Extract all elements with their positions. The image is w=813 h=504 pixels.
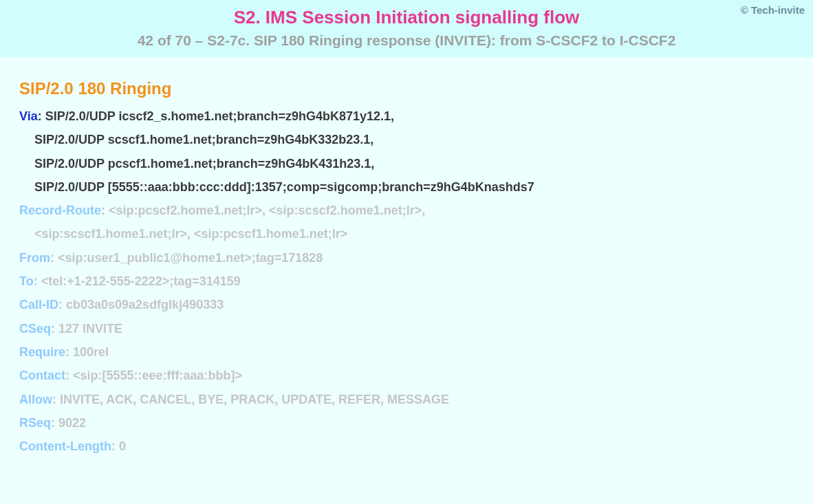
header-value: <tel:+1-212-555-2222>;tag=314159	[41, 274, 241, 288]
header-via: Via: SIP/2.0/UDP icscf2_s.home1.net;bran…	[19, 108, 794, 124]
page-subtitle: 42 of 70 – S2-7c. SIP 180 Ringing respon…	[14, 32, 799, 49]
header-to: To: <tel:+1-212-555-2222>;tag=314159	[19, 273, 794, 289]
header-value: 9022	[58, 416, 86, 430]
separator: :	[51, 322, 58, 336]
separator: :	[58, 298, 66, 311]
header-value: 0	[119, 439, 126, 453]
separator: :	[50, 251, 58, 265]
header-record-route-cont: <sip:scscf1.home1.net;lr>, <sip:pcscf1.h…	[19, 226, 794, 242]
header-label: To	[19, 274, 34, 288]
header-require: Require: 100rel	[19, 344, 794, 360]
separator: :	[65, 369, 73, 382]
header-from: From: <sip:user1_public1@home1.net>;tag=…	[19, 250, 794, 266]
header-value: 127 INVITE	[58, 322, 122, 336]
header-label: RSeq	[19, 416, 51, 430]
header-record-route: Record-Route: <sip:pcscf2.home1.net;lr>,…	[19, 202, 794, 219]
page-title: S2. IMS Session Initiation signalling fl…	[14, 7, 799, 28]
header-cseq: CSeq: 127 INVITE	[19, 320, 794, 337]
separator: :	[101, 204, 109, 217]
header-label: Allow	[19, 393, 52, 406]
header-via-cont: SIP/2.0/UDP [5555::aaa:bbb:ccc:ddd]:1357…	[19, 179, 794, 195]
header-label: From	[19, 251, 50, 265]
header-bar: © Tech-invite S2. IMS Session Initiation…	[0, 0, 813, 57]
header-value: <sip:user1_public1@home1.net>;tag=171828	[58, 251, 323, 265]
header-via-cont: SIP/2.0/UDP scscf1.home1.net;branch=z9hG…	[19, 131, 794, 148]
separator: :	[65, 345, 73, 359]
header-label: Content-Length	[19, 439, 111, 453]
header-label: Contact	[19, 369, 65, 382]
header-value: 100rel	[73, 345, 109, 359]
copyright-text: © Tech-invite	[741, 4, 805, 16]
sip-status-line: SIP/2.0 180 Ringing	[19, 79, 794, 98]
header-label: Via	[19, 109, 38, 123]
header-allow: Allow: INVITE, ACK, CANCEL, BYE, PRACK, …	[19, 391, 794, 408]
header-label: Require	[19, 345, 65, 359]
separator: :	[111, 439, 119, 453]
header-call-id: Call-ID: cb03a0s09a2sdfglkj490333	[19, 296, 794, 313]
header-content-length: Content-Length: 0	[19, 438, 794, 454]
sip-message-block: SIP/2.0 180 Ringing Via: SIP/2.0/UDP ics…	[0, 57, 813, 475]
header-value: cb03a0s09a2sdfglkj490333	[66, 298, 224, 311]
header-via-cont: SIP/2.0/UDP pcscf1.home1.net;branch=z9hG…	[19, 155, 794, 172]
header-label: Call-ID	[19, 298, 58, 311]
separator: :	[34, 274, 41, 288]
header-value: SIP/2.0/UDP icscf2_s.home1.net;branch=z9…	[45, 109, 394, 123]
separator: :	[38, 109, 45, 123]
header-contact: Contact: <sip:[5555::eee:fff:aaa:bbb]>	[19, 367, 794, 384]
header-label: Record-Route	[19, 204, 101, 217]
header-rseq: RSeq: 9022	[19, 415, 794, 431]
header-value: INVITE, ACK, CANCEL, BYE, PRACK, UPDATE,…	[60, 393, 449, 406]
header-label: CSeq	[19, 322, 51, 336]
separator: :	[52, 393, 60, 406]
header-value: <sip:[5555::eee:fff:aaa:bbb]>	[73, 369, 242, 382]
separator: :	[51, 416, 58, 430]
header-value: <sip:pcscf2.home1.net;lr>, <sip:scscf2.h…	[109, 204, 425, 217]
